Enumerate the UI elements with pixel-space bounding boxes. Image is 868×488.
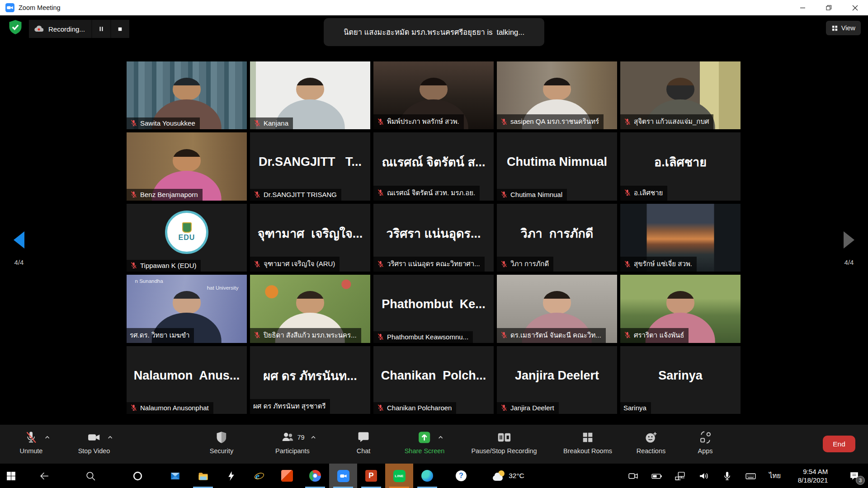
chevron-up-icon[interactable] [44, 434, 51, 441]
view-button[interactable]: View [826, 21, 861, 35]
office-app[interactable] [273, 464, 301, 488]
participant-name-label: Benz Benjamaporn [127, 189, 203, 201]
participant-tile[interactable]: Dr.SANGJITT T...Dr.SANGJITT TRISANG [250, 132, 370, 200]
participant-name-text: รศ.ดร. วิทยา เมฆขำ [130, 330, 189, 341]
lightning-app[interactable] [217, 464, 245, 488]
toolbar-label: Reactions [637, 447, 665, 455]
toolbar-label: Pause/Stop Recording [471, 447, 537, 455]
participant-tile[interactable]: ดร.เมธารัตน์ จันตะนี คณะวิท... [497, 275, 617, 343]
participant-name-display: จุฑามาศ เจริญใจ... [250, 204, 370, 263]
participant-tile[interactable]: sasipen QA มรภ.ราชนครินทร์ [497, 61, 617, 129]
chevron-up-icon[interactable] [310, 434, 317, 441]
volume-icon[interactable] [692, 464, 715, 488]
participant-tile[interactable]: Janjira DeelertJanjira Deelert [497, 346, 617, 414]
muted-mic-icon [623, 331, 631, 339]
toolbar-stop-video[interactable]: Stop Video [78, 429, 110, 455]
muted-mic-icon [253, 260, 261, 268]
chevron-up-icon[interactable] [107, 434, 114, 441]
muted-mic-icon [377, 333, 384, 341]
participant-name-text: sasipen QA มรภ.ราชนครินทร์ [510, 116, 599, 127]
muted-mic-icon [130, 262, 137, 269]
participant-name-label: Phathombut Keawsomnu... [373, 331, 473, 343]
participant-tile[interactable]: สุจิตรา แก้วแสงแจ่ม_กบศ [620, 61, 741, 129]
participant-tile[interactable]: อ.เลิศชายอ.เลิศชาย [620, 132, 741, 200]
participant-name-display: Sarinya [620, 346, 741, 405]
participant-tile[interactable]: Benz Benjamaporn [127, 132, 247, 200]
participant-tile[interactable]: ผศ ดร ภัทรนันท...ผศ ดร ภัทรนันท สุรชาตรี [250, 346, 370, 414]
toolbar-security[interactable]: Security [210, 429, 233, 455]
participant-tile[interactable]: สุขรักษ์ แซ่เจี่ย สวพ. [620, 204, 741, 272]
toolbar-participants[interactable]: 79Participants [275, 429, 310, 455]
participant-name-label: Chanikan Polcharoen [373, 402, 456, 414]
powerpoint-app[interactable]: P [357, 464, 385, 488]
toolbar-breakout[interactable]: Breakout Rooms [563, 429, 612, 455]
restore-button[interactable] [816, 0, 842, 15]
search-button[interactable] [67, 464, 114, 488]
network-icon[interactable] [668, 464, 692, 488]
security-shield-icon[interactable] [7, 19, 24, 35]
participant-tile[interactable]: ณเรศณ์ จิตรัตน์ ส...ณเรศณ์ จิตรัตน์ สวท.… [373, 132, 494, 200]
chrome-app[interactable] [301, 464, 329, 488]
help-app[interactable]: ? [441, 464, 481, 488]
next-page-arrow-icon[interactable] [844, 231, 854, 249]
participant-name-text: Chanikan Polcharoen [387, 404, 452, 412]
toolbar-record[interactable]: Pause/Stop Recording [471, 429, 537, 455]
language-indicator[interactable]: ไทย [762, 464, 788, 488]
stop-recording-button[interactable] [111, 20, 129, 38]
participant-tile[interactable]: Chutima NimnualChutima Nimnual [497, 132, 617, 200]
participant-tile[interactable]: พิมพ์ประภา พลรักษ์ สวพ. [373, 61, 494, 129]
close-button[interactable] [842, 0, 868, 15]
end-button[interactable]: End [823, 436, 855, 452]
participant-tile[interactable]: จุฑามาศ เจริญใจ...จุฑามาศ เจริญใจ (ARU) [250, 204, 370, 272]
participant-tile[interactable]: Kanjana [250, 61, 370, 129]
toolbar-apps[interactable]: Apps [698, 429, 712, 455]
toolbar-unmute[interactable]: Unmute [20, 429, 43, 455]
previous-page-arrow-icon[interactable] [14, 231, 24, 249]
zoom-app[interactable] [329, 464, 357, 488]
mic-muted-icon [24, 429, 38, 446]
view-label: View [841, 24, 855, 32]
pause-recording-button[interactable] [92, 20, 110, 38]
notifications-button[interactable]: 3 [840, 464, 868, 488]
back-button[interactable] [22, 464, 67, 488]
mail-app[interactable] [161, 464, 189, 488]
participant-name-display: Chutima Nimnual [497, 132, 617, 192]
weather-widget[interactable]: 32°C [481, 464, 536, 488]
participant-tile[interactable]: ศราริตา แจ้งพันธ์ [620, 275, 741, 343]
edge-app[interactable] [413, 464, 441, 488]
video-camera-icon [87, 429, 101, 446]
muted-mic-icon [623, 189, 631, 197]
minimize-button[interactable] [789, 0, 816, 15]
participant-tile[interactable]: EDUTippawan K (EDU) [127, 204, 247, 272]
start-button[interactable] [0, 464, 22, 488]
touch-keyboard-icon[interactable] [739, 464, 762, 488]
participant-tile[interactable]: วริศรา แน่นอุดร...วริศรา แน่นอุดร คณะวิท… [373, 204, 494, 272]
cloud-recording-icon [33, 23, 44, 34]
microphone-tray-icon[interactable] [715, 464, 739, 488]
participant-name-label: สุจิตรา แก้วแสงแจ่ม_กบศ [620, 114, 713, 129]
participant-tile[interactable]: ปิยธิดา สังสีแก้ว มรภ.พระนคร... [250, 275, 370, 343]
line-app[interactable]: LINE [385, 464, 413, 488]
camera-tray-icon[interactable] [621, 464, 645, 488]
reactions-smiley-icon [644, 429, 658, 446]
participant-tile[interactable]: Chanikan Polch...Chanikan Polcharoen [373, 346, 494, 414]
chevron-up-icon[interactable] [437, 434, 444, 441]
participant-tile[interactable]: Phathombut Ke...Phathombut Keawsomnu... [373, 275, 494, 343]
toolbar-chat[interactable]: Chat [356, 429, 371, 455]
file-explorer-app[interactable] [189, 464, 217, 488]
participant-name-label: Kanjana [250, 117, 293, 129]
cortana-button[interactable] [114, 464, 161, 488]
internet-explorer-app[interactable]: e [245, 464, 273, 488]
toolbar-share-screen[interactable]: Share Screen [405, 429, 445, 455]
participant-tile[interactable]: วิภา การภักดีวิภา การภักดี [497, 204, 617, 272]
toolbar-label: Breakout Rooms [563, 447, 612, 455]
clock[interactable]: 9:54 AM8/18/2021 [788, 464, 840, 488]
battery-icon[interactable] [645, 464, 668, 488]
toolbar-reactions[interactable]: Reactions [637, 429, 665, 455]
participant-tile[interactable]: SarinyaSarinya [620, 346, 741, 414]
participant-tile[interactable]: n Sunandhahat Universityรศ.ดร. วิทยา เมฆ… [127, 275, 247, 343]
previous-page-control[interactable]: 4/4 [8, 231, 30, 266]
participant-tile[interactable]: Nalaumon Anus...Nalaumon Anusonphat [127, 346, 247, 414]
next-page-control[interactable]: 4/4 [838, 231, 860, 266]
participant-tile[interactable]: Sawita Yousukkee [127, 61, 247, 129]
